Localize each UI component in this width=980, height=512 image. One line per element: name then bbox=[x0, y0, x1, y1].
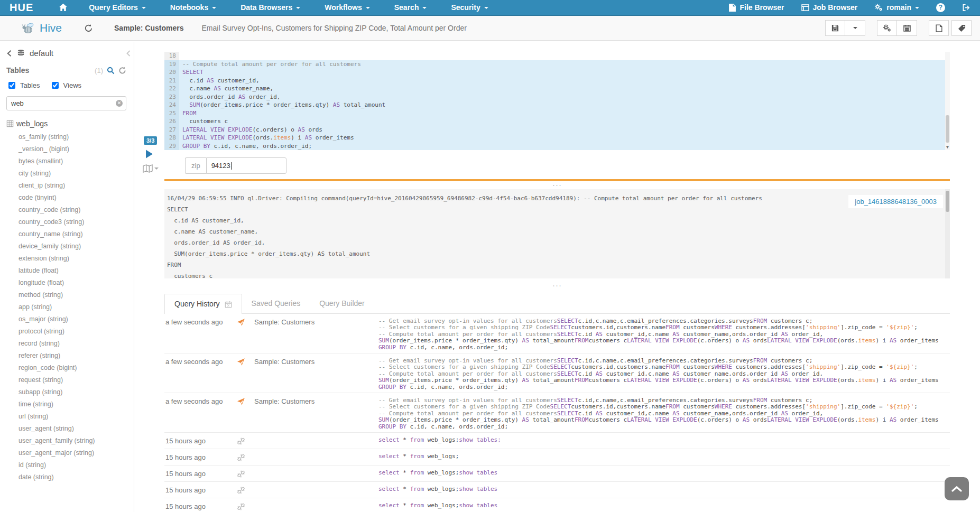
database-name[interactable]: default bbox=[30, 49, 53, 58]
log-line: customers c bbox=[167, 271, 950, 278]
menu-notebooks[interactable]: Notebooks bbox=[170, 3, 216, 12]
history-doc-name: Sample: Customers bbox=[254, 397, 378, 432]
column-item[interactable]: client_ip (string) bbox=[6, 180, 134, 192]
column-item[interactable]: code (tinyint) bbox=[6, 192, 134, 204]
tab-query-builder[interactable]: Query Builder bbox=[310, 294, 374, 313]
hive-app-link[interactable]: Hive bbox=[21, 22, 62, 35]
code-line: 29GROUP BY c.id, c.name, ords.order_id; bbox=[164, 142, 950, 151]
table-web-logs[interactable]: web_logs bbox=[6, 119, 134, 128]
variable-value-input[interactable]: 94123 bbox=[206, 157, 286, 174]
history-row[interactable]: 15 hours agoselect * from web_logs;show … bbox=[164, 482, 950, 498]
column-item[interactable]: country_code3 (string) bbox=[6, 216, 134, 228]
column-item[interactable]: country_name (string) bbox=[6, 228, 134, 240]
history-row[interactable]: a few seconds agoSample: Customers-- Get… bbox=[164, 314, 950, 353]
menu-workflows[interactable]: Workflows bbox=[325, 3, 370, 12]
column-item[interactable]: url (string) bbox=[6, 411, 134, 423]
column-item[interactable]: bytes (smallint) bbox=[6, 155, 134, 167]
history-row[interactable]: a few seconds agoSample: Customers-- Get… bbox=[164, 353, 950, 393]
history-row[interactable]: 15 hours agoselect * from web_logs; bbox=[164, 449, 950, 466]
column-item[interactable]: protocol (string) bbox=[6, 325, 134, 338]
history-row[interactable]: 15 hours agoselect * from web_logs;show … bbox=[164, 466, 950, 482]
history-row[interactable]: 15 hours agoselect * from web_logs;show … bbox=[164, 433, 950, 449]
code-line: 27LATERAL VIEW EXPLODE(c.orders) o AS or… bbox=[164, 126, 950, 134]
menu-query-editors[interactable]: Query Editors bbox=[89, 3, 146, 12]
column-item[interactable]: city (string) bbox=[6, 167, 134, 180]
column-item[interactable]: time (string) bbox=[6, 398, 134, 411]
schedule-button[interactable] bbox=[897, 20, 917, 36]
log-scrollbar[interactable] bbox=[945, 189, 950, 278]
text-cursor bbox=[231, 162, 232, 170]
column-item[interactable]: extension (string) bbox=[6, 253, 134, 265]
history-row[interactable]: a few seconds agoSample: Customers-- Get… bbox=[164, 393, 950, 433]
file-browser-link[interactable]: File Browser bbox=[729, 3, 784, 12]
column-item[interactable]: id (string) bbox=[6, 459, 134, 471]
help-icon[interactable]: ? bbox=[936, 3, 945, 12]
job-browser-link[interactable]: Job Browser bbox=[801, 3, 858, 12]
tab-saved-queries[interactable]: Saved Queries bbox=[242, 294, 310, 313]
column-item[interactable]: app (string) bbox=[6, 301, 134, 313]
column-item[interactable]: referer (string) bbox=[6, 350, 134, 362]
job-link[interactable]: job_1461888648136_0003 bbox=[848, 195, 943, 208]
collapse-sidebar-icon[interactable] bbox=[126, 50, 131, 57]
logout-icon[interactable] bbox=[962, 4, 970, 12]
column-item[interactable]: subapp (string) bbox=[6, 386, 134, 398]
menu-data-browsers[interactable]: Data Browsers bbox=[241, 3, 300, 12]
column-item[interactable]: _version_ (bigint) bbox=[6, 143, 134, 155]
scroll-to-top-button[interactable] bbox=[945, 477, 969, 500]
column-item[interactable]: method (string) bbox=[6, 289, 134, 301]
variable-name-label: zip bbox=[185, 157, 206, 174]
editor-header-bar: Hive Sample: Customers Email Survey Opt-… bbox=[0, 16, 980, 41]
filter-views-checkbox[interactable] bbox=[52, 82, 59, 89]
execute-button[interactable] bbox=[145, 150, 153, 161]
column-item[interactable]: region_code (bigint) bbox=[6, 362, 134, 374]
refresh-icon[interactable] bbox=[118, 67, 126, 75]
column-item[interactable]: latitude (float) bbox=[6, 265, 134, 277]
menu-search[interactable]: Search bbox=[394, 3, 427, 12]
new-query-button[interactable] bbox=[929, 20, 949, 36]
sql-code-editor[interactable]: 1819-- Compute total amount per order fo… bbox=[164, 52, 950, 150]
menu-security[interactable]: Security bbox=[451, 3, 488, 12]
calendar-x-icon[interactable] bbox=[225, 301, 232, 308]
user-menu[interactable]: romain bbox=[874, 3, 919, 12]
hue-logo[interactable]: HUE bbox=[10, 2, 33, 14]
scrollbar-thumb[interactable] bbox=[946, 115, 949, 143]
home-icon[interactable] bbox=[59, 3, 68, 12]
scroll-down-arrow[interactable]: ▼ bbox=[945, 144, 950, 150]
column-item[interactable]: user_agent (string) bbox=[6, 423, 134, 435]
clear-search-icon[interactable]: ✕ bbox=[116, 100, 123, 107]
database-icon bbox=[17, 49, 25, 57]
column-item[interactable]: longitude (float) bbox=[6, 277, 134, 289]
column-item[interactable]: user_agent_major (string) bbox=[6, 447, 134, 459]
column-item[interactable]: device_family (string) bbox=[6, 240, 134, 253]
scrollbar-thumb[interactable] bbox=[946, 191, 949, 212]
code-line: 18 bbox=[164, 52, 950, 60]
save-options-button[interactable] bbox=[845, 20, 865, 36]
column-item[interactable]: date (string) bbox=[6, 471, 134, 483]
history-time: 15 hours ago bbox=[164, 502, 237, 512]
history-time: 15 hours ago bbox=[164, 486, 237, 498]
history-row[interactable]: 15 hours agoselect * from web_logs;show … bbox=[164, 498, 950, 512]
save-button[interactable] bbox=[825, 20, 845, 36]
tag-icon bbox=[958, 24, 966, 32]
settings-button[interactable] bbox=[877, 20, 897, 36]
column-item[interactable]: request (string) bbox=[6, 374, 134, 386]
tags-button[interactable] bbox=[951, 20, 972, 36]
navigate-query-button[interactable] bbox=[143, 164, 159, 173]
unlink-icon bbox=[237, 470, 254, 481]
back-icon[interactable] bbox=[6, 50, 12, 57]
chevron-down-icon bbox=[422, 7, 427, 9]
search-icon[interactable] bbox=[107, 67, 115, 75]
column-item[interactable]: record (string) bbox=[6, 338, 134, 350]
column-item[interactable]: os_major (string) bbox=[6, 313, 134, 325]
column-item[interactable]: user_agent_family (string) bbox=[6, 435, 134, 447]
tab-query-history[interactable]: Query History bbox=[164, 294, 242, 314]
column-item[interactable]: os_family (string) bbox=[6, 131, 134, 143]
filter-tables-checkbox[interactable] bbox=[8, 82, 15, 89]
history-undo-icon[interactable] bbox=[84, 24, 93, 32]
table-search-input[interactable] bbox=[6, 96, 126, 110]
resize-grip-bottom[interactable]: ··· bbox=[164, 283, 950, 287]
column-item[interactable]: country_code (string) bbox=[6, 204, 134, 216]
resize-grip-top[interactable]: ··· bbox=[164, 182, 950, 187]
editor-scrollbar[interactable]: ▼ bbox=[945, 52, 950, 150]
code-line: 28LATERAL VIEW EXPLODE(ords.items) i AS … bbox=[164, 134, 950, 142]
